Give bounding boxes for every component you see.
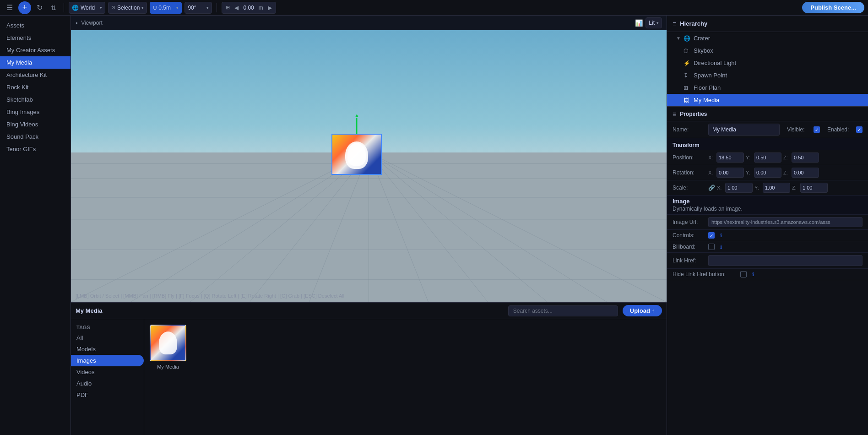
selection-select[interactable]: ⊙ Selection ▾ xyxy=(108,2,147,14)
top-toolbar: ☰ + ↻ ⇅ 🌐 World ▾ ⊙ Selection ▾ U 0.5m ▾… xyxy=(0,0,868,16)
scale-y-input[interactable] xyxy=(763,183,790,193)
scale-z-label: Z: xyxy=(792,185,798,190)
publish-button[interactable]: Publish Scene... xyxy=(802,2,864,13)
enabled-checkbox[interactable] xyxy=(856,126,863,133)
hide-link-info-icon[interactable]: ℹ xyxy=(752,272,754,277)
scale-z-input[interactable] xyxy=(800,183,828,193)
selection-label: Selection xyxy=(117,5,140,11)
billboard-label: Billboard: xyxy=(673,244,705,250)
viewport[interactable]: ▪ Viewport 📊 Lit ▾ xyxy=(71,16,667,302)
sidebar-item-assets[interactable]: Assets xyxy=(0,19,71,32)
hierarchy-header: ≡ Hierarchy xyxy=(667,16,868,32)
add-button[interactable]: + xyxy=(18,1,31,14)
angle-select[interactable]: 90° ▾ xyxy=(184,2,212,14)
sidebar-item-elements[interactable]: Elements xyxy=(0,32,71,44)
link-href-input[interactable] xyxy=(708,255,863,266)
rot-y-label: Y: xyxy=(746,170,752,175)
tag-images[interactable]: Images xyxy=(71,355,144,366)
grid-nav-right[interactable]: ▶ xyxy=(266,5,274,11)
my-media-label: My Media xyxy=(694,97,719,103)
pos-z-input[interactable] xyxy=(792,152,819,163)
assets-content: My Media xyxy=(144,319,667,435)
world-select[interactable]: 🌐 World ▾ xyxy=(69,2,105,14)
scale-x-input[interactable] xyxy=(725,183,753,193)
assets-search-input[interactable] xyxy=(508,305,618,316)
snap-size: 0.5m xyxy=(158,5,171,11)
menu-button[interactable]: ☰ xyxy=(4,2,16,14)
name-row: Name: Visible: Enabled: xyxy=(667,121,868,138)
controls-label: Controls: xyxy=(673,232,705,239)
asset-item-my-media[interactable]: My Media xyxy=(150,325,186,370)
controls-info-icon[interactable]: ℹ xyxy=(720,233,722,239)
sidebar-item-rock-kit[interactable]: Rock Kit xyxy=(0,81,71,93)
tags-label: Tags xyxy=(71,323,144,332)
asset-name: My Media xyxy=(157,364,179,370)
sidebar-item-bing-videos[interactable]: Bing Videos xyxy=(0,118,71,130)
name-input[interactable] xyxy=(708,124,780,136)
spawn-icon: ↧ xyxy=(684,72,691,79)
tag-videos[interactable]: Videos xyxy=(71,366,144,378)
angle-label: 90° xyxy=(188,5,196,11)
grid-unit: m xyxy=(257,5,265,11)
snap-select[interactable]: U 0.5m ▾ xyxy=(150,2,182,14)
pos-z-label: Z: xyxy=(783,155,790,160)
tag-models[interactable]: Models xyxy=(71,343,144,355)
center-area: ▪ Viewport 📊 Lit ▾ xyxy=(71,16,667,435)
hierarchy-item-crater[interactable]: ▼ 🌐 Crater xyxy=(667,32,868,44)
grid-value: 0.00 xyxy=(241,5,255,11)
position-row: Position: X: Y: Z: xyxy=(667,150,868,165)
floor-plan-label: Floor Plan xyxy=(694,84,721,91)
pos-x-label: X: xyxy=(708,155,715,160)
hierarchy-item-floor-plan[interactable]: ⊞ Floor Plan xyxy=(667,82,868,94)
viewport-header: ▪ Viewport 📊 Lit ▾ xyxy=(71,16,667,30)
sidebar-item-sketchfab[interactable]: Sketchfab xyxy=(0,93,71,106)
refresh-button[interactable]: ↻ xyxy=(34,2,45,14)
hierarchy-item-my-media[interactable]: 🖼 My Media xyxy=(667,94,868,106)
main-layout: Assets Elements My Creator Assets My Med… xyxy=(0,16,868,435)
left-sidebar: Assets Elements My Creator Assets My Med… xyxy=(0,16,71,435)
sidebar-item-tenor-gifs[interactable]: Tenor GIFs xyxy=(0,143,71,155)
tag-pdf[interactable]: PDF xyxy=(71,389,144,401)
image-url-input[interactable] xyxy=(708,217,863,227)
grid-nav-left[interactable]: ◀ xyxy=(233,5,240,11)
media-image[interactable] xyxy=(331,134,382,175)
snap-arrow: ▾ xyxy=(176,5,179,10)
transform-button[interactable]: ⇅ xyxy=(48,2,59,14)
sidebar-item-my-creator-assets[interactable]: My Creator Assets xyxy=(0,44,71,56)
upload-button[interactable]: Upload ↑ xyxy=(623,305,662,316)
rot-x-input[interactable] xyxy=(716,168,744,178)
rot-y-input[interactable] xyxy=(754,168,781,178)
billboard-checkbox[interactable] xyxy=(708,244,715,250)
hierarchy-item-directional-light[interactable]: ⚡ Directional Light xyxy=(667,57,868,69)
scale-row: Scale: 🔗 X: Y: Z: xyxy=(667,180,868,196)
tag-all[interactable]: All xyxy=(71,332,144,343)
lit-select[interactable]: Lit ▾ xyxy=(646,17,662,28)
crater-label: Crater xyxy=(694,35,710,42)
pos-y-input[interactable] xyxy=(754,152,781,163)
controls-checkbox[interactable] xyxy=(708,232,715,239)
rot-z-label: Z: xyxy=(783,170,790,175)
hierarchy-item-spawn-point[interactable]: ↧ Spawn Point xyxy=(667,69,868,82)
sidebar-item-sound-pack[interactable]: Sound Pack xyxy=(0,130,71,143)
grid-control[interactable]: ⊞ ◀ 0.00 m ▶ xyxy=(222,2,276,14)
scene-media-object[interactable] xyxy=(331,134,382,175)
assets-body: Tags All Models Images Videos Audio PDF xyxy=(71,319,667,435)
floor-plan-icon: ⊞ xyxy=(684,85,691,91)
sidebar-item-my-media[interactable]: My Media xyxy=(0,56,71,69)
chart-icon[interactable]: 📊 xyxy=(635,19,643,27)
sidebar-item-bing-images[interactable]: Bing Images xyxy=(0,106,71,118)
billboard-info-icon[interactable]: ℹ xyxy=(720,244,722,250)
grid-floor xyxy=(71,152,667,302)
scale-link-icon[interactable]: 🔗 xyxy=(708,185,715,191)
pos-x-input[interactable] xyxy=(716,152,744,163)
scale-x-label: X: xyxy=(717,185,723,190)
hide-link-checkbox[interactable] xyxy=(740,271,747,277)
visible-checkbox[interactable] xyxy=(814,126,820,133)
scale-y-label: Y: xyxy=(754,185,761,190)
sidebar-item-architecture-kit[interactable]: Architecture Kit xyxy=(0,69,71,81)
scene-3d[interactable] xyxy=(71,30,667,302)
tag-audio[interactable]: Audio xyxy=(71,378,144,389)
viewport-help: [LMB] Orbit / Select | [MMB] Pan | [RMB]… xyxy=(76,293,344,299)
rot-z-input[interactable] xyxy=(792,168,819,178)
hierarchy-item-skybox[interactable]: ⬡ Skybox xyxy=(667,44,868,57)
